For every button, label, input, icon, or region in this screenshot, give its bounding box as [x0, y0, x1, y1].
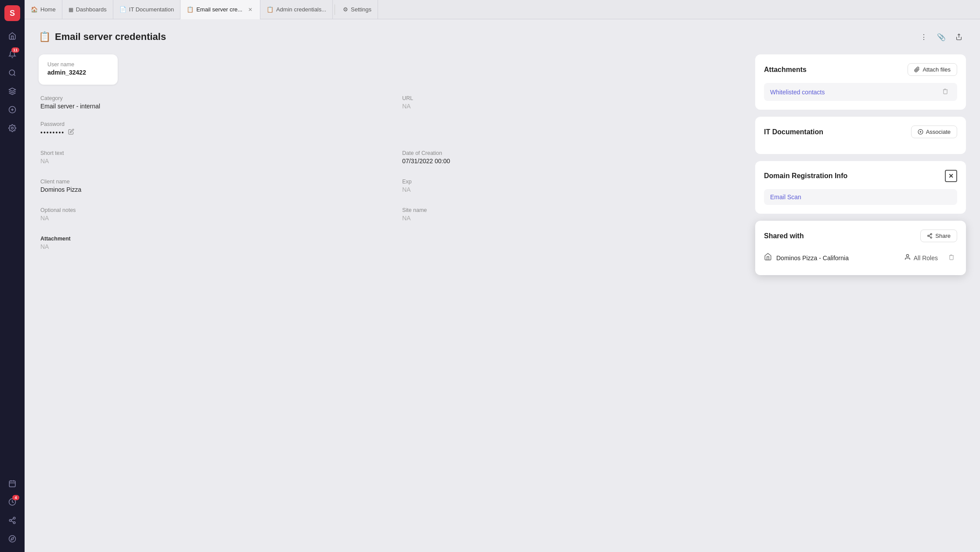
tab-close-email[interactable]: ✕: [247, 6, 254, 13]
layers-nav[interactable]: [4, 83, 20, 99]
date-of-creation-field: Date of Creation 07/31/2022 00:00: [400, 147, 745, 168]
attach-files-action-button[interactable]: Attach files: [908, 63, 957, 76]
optional-notes-field: Optional notes NA: [39, 204, 383, 225]
tab-home[interactable]: 🏠 Home: [25, 0, 62, 19]
svg-point-13: [9, 520, 11, 522]
page-header: 📋 Email server credentials ⋮ 📎: [39, 30, 966, 44]
page-title-icon: 📋: [39, 31, 50, 43]
shared-with-title: Shared with: [764, 232, 804, 240]
username-card: User name admin_32422: [39, 54, 118, 85]
svg-point-14: [13, 522, 15, 524]
admin-tab-icon: 📋: [267, 6, 274, 13]
shorttext-date-row: Short text NA Date of Creation 07/31/202…: [39, 143, 745, 172]
two-col-layout: User name admin_32422 Category Email ser…: [39, 54, 966, 275]
attach-files-button[interactable]: 📎: [934, 30, 948, 44]
username-value: admin_32422: [47, 69, 109, 76]
tab-admin-credentials[interactable]: 📋 Admin credentials...: [260, 0, 333, 19]
email-scan-item: Email Scan: [764, 189, 957, 205]
it-doc-tab-icon: 📄: [119, 6, 126, 13]
category-url-row: Category Email server - internal URL NA: [39, 88, 745, 117]
associate-button[interactable]: Associate: [911, 125, 957, 138]
optional-notes-site-row: Optional notes NA Site name NA: [39, 200, 745, 229]
whitelisted-contacts-link[interactable]: Whitelisted contacts: [770, 89, 825, 96]
shared-org-icon: [764, 253, 772, 263]
exp-label: Exp: [402, 179, 743, 185]
notification-nav[interactable]: 11: [4, 47, 20, 62]
client-name-field: Client name Dominos Pizza: [39, 175, 383, 197]
attachment-value: NA: [40, 243, 381, 250]
shared-with-header: Shared with Share: [764, 229, 957, 242]
more-options-button[interactable]: ⋮: [917, 30, 931, 44]
share-action-button[interactable]: Share: [920, 229, 957, 242]
category-value: Email server - internal: [40, 103, 381, 110]
settings-nav[interactable]: [4, 120, 20, 136]
dashboards-tab-icon: ▦: [68, 7, 73, 13]
tab-bar: 🏠 Home ▦ Dashboards 📄 IT Documentation 📋…: [25, 0, 980, 19]
page-title: Email server credentials: [55, 31, 166, 43]
email-server-tab-icon: 📋: [187, 6, 194, 13]
tab-dashboards[interactable]: ▦ Dashboards: [62, 0, 113, 19]
short-text-field: Short text NA: [39, 147, 383, 168]
domain-reg-close-button[interactable]: ✕: [945, 170, 957, 182]
client-name-label: Client name: [40, 179, 381, 185]
svg-line-27: [929, 235, 931, 236]
associate-label: Associate: [926, 129, 951, 135]
home-tab-icon: 🏠: [31, 6, 38, 13]
date-label: Date of Creation: [402, 150, 743, 156]
home-nav[interactable]: [4, 28, 20, 44]
email-scan-link[interactable]: Email Scan: [770, 194, 801, 201]
svg-marker-18: [11, 538, 14, 540]
notification-badge: 11: [11, 47, 19, 53]
left-panel: User name admin_32422 Category Email ser…: [39, 54, 745, 275]
date-value: 07/31/2022 00:00: [402, 158, 743, 165]
category-field: Category Email server - internal: [39, 92, 383, 113]
shared-role: All Roles: [904, 254, 938, 262]
calendar-nav[interactable]: [4, 476, 20, 491]
site-name-field: Site name NA: [400, 204, 745, 225]
page-title-row: 📋 Email server credentials: [39, 31, 166, 43]
search-nav[interactable]: [4, 65, 20, 81]
svg-line-26: [929, 236, 931, 237]
exp-value: NA: [402, 186, 743, 193]
shared-item-dominos: Dominos Pizza - California All Roles: [764, 249, 957, 266]
svg-point-17: [9, 536, 16, 542]
attachment-row: Attachment NA: [39, 229, 745, 257]
svg-rect-7: [9, 481, 15, 487]
category-label: Category: [40, 95, 381, 101]
role-icon: [904, 254, 911, 262]
delete-shared-button[interactable]: [946, 253, 957, 262]
password-toggle-icon[interactable]: [68, 129, 74, 136]
password-label: Password: [40, 121, 381, 127]
svg-point-12: [13, 517, 15, 520]
domain-reg-header: Domain Registration Info ✕: [764, 170, 957, 182]
compass-nav[interactable]: [4, 531, 20, 547]
tab-settings[interactable]: ⚙ Settings: [337, 0, 378, 19]
attachment-label: Attachment: [40, 236, 381, 242]
add-nav[interactable]: [4, 102, 20, 118]
main-area: 🏠 Home ▦ Dashboards 📄 IT Documentation 📋…: [25, 0, 980, 552]
delete-attachment-button[interactable]: [940, 87, 951, 97]
it-doc-title: IT Documentation: [764, 128, 823, 136]
tab-it-documentation[interactable]: 📄 IT Documentation: [113, 0, 180, 19]
optional-notes-value: NA: [40, 215, 381, 222]
username-label: User name: [47, 61, 109, 68]
network-nav[interactable]: [4, 513, 20, 528]
url-field: URL NA: [400, 92, 745, 113]
svg-point-6: [11, 127, 14, 129]
page-actions: ⋮ 📎: [917, 30, 966, 44]
role-name: All Roles: [914, 254, 938, 262]
svg-point-25: [930, 237, 932, 238]
timer-nav[interactable]: 4: [4, 494, 20, 510]
client-name-value: Dominos Pizza: [40, 186, 381, 193]
timer-badge: 4: [12, 495, 19, 500]
password-row-section: Password ••••••••: [39, 114, 745, 143]
share-button[interactable]: [952, 30, 966, 44]
svg-line-15: [11, 521, 13, 522]
tab-email-server-cre[interactable]: 📋 Email server cre... ✕: [180, 0, 260, 19]
attachments-header: Attachments Attach files: [764, 63, 957, 76]
domain-registration-card: Domain Registration Info ✕ Email Scan: [755, 161, 966, 214]
app-logo[interactable]: S: [4, 5, 20, 21]
password-row: ••••••••: [40, 129, 381, 136]
svg-point-0: [9, 70, 14, 75]
content-area: 📋 Email server credentials ⋮ 📎: [25, 19, 980, 552]
